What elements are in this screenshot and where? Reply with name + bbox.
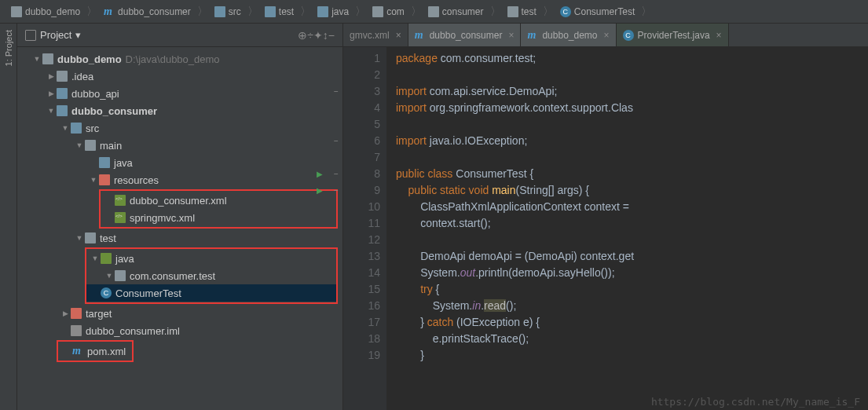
tree-toggle-icon[interactable]: ▼: [46, 107, 57, 115]
code-line[interactable]: public static void main(String[] args) {: [396, 182, 868, 199]
tree-toggle-icon[interactable]: ▼: [74, 141, 85, 149]
tree-row[interactable]: ▶.idea: [17, 68, 342, 85]
code-editor[interactable]: package com.consumer.test; import com.ap…: [386, 47, 868, 410]
breadcrumb-item[interactable]: dubbo_demo: [6, 5, 85, 19]
project-view-selector[interactable]: Project ▾: [25, 29, 81, 41]
tree-row[interactable]: ▼resources: [17, 171, 342, 189]
breadcrumb-item[interactable]: test: [503, 5, 541, 19]
editor-tab[interactable]: CProviderTest.java×: [617, 24, 729, 46]
breadcrumb-item[interactable]: CConsumerTest: [555, 5, 639, 19]
folder-icon: [317, 6, 328, 17]
tree-toggle-icon[interactable]: ▶: [46, 90, 57, 97]
line-number[interactable]: 19: [343, 347, 380, 364]
line-number[interactable]: 5: [343, 116, 380, 133]
fold-icon[interactable]: −: [334, 133, 339, 149]
line-number[interactable]: 2: [343, 67, 380, 83]
fold-icon[interactable]: −: [334, 182, 339, 199]
code-line[interactable]: import org.springframework.context.suppo…: [396, 100, 868, 116]
tree-row[interactable]: dubbo_consumer.iml: [17, 322, 342, 339]
code-line[interactable]: }: [396, 347, 868, 364]
breadcrumb-item[interactable]: com: [368, 5, 409, 19]
line-number[interactable]: 15: [343, 281, 380, 298]
project-tool-button[interactable]: 1: Project: [4, 30, 13, 66]
project-tree[interactable]: ▼dubbo_demo D:\java\dubbo_demo▶.idea▶dub…: [17, 47, 342, 410]
line-number[interactable]: 17: [343, 314, 380, 331]
line-number[interactable]: ▶−8: [343, 166, 380, 182]
editor-tab[interactable]: mdubbo_demo×: [521, 24, 616, 46]
tree-row[interactable]: springmvc.xml: [101, 209, 336, 226]
panel-toolbar-button[interactable]: ⊕: [298, 29, 307, 42]
tree-toggle-icon[interactable]: ▼: [88, 176, 99, 184]
panel-toolbar-button[interactable]: −: [328, 29, 335, 42]
code-line[interactable]: import java.io.IOException;: [396, 133, 868, 149]
line-number[interactable]: 1: [343, 50, 380, 67]
panel-toolbar-button[interactable]: ✦: [313, 29, 323, 42]
tree-row[interactable]: dubbo_consumer.xml: [101, 192, 336, 209]
fold-icon[interactable]: −: [334, 166, 339, 182]
panel-toolbar-button[interactable]: ↕: [323, 29, 328, 42]
code-line[interactable]: System.out.println(demoApi.sayHello());: [396, 265, 868, 281]
line-number[interactable]: −3: [343, 83, 380, 100]
tree-row[interactable]: ▼dubbo_consumer: [17, 102, 342, 119]
tree-toggle-icon[interactable]: ▼: [104, 272, 115, 280]
line-number[interactable]: ▶−9: [343, 182, 380, 199]
code-line[interactable]: [396, 149, 868, 166]
close-tab-icon[interactable]: ×: [716, 30, 722, 41]
tree-toggle-icon[interactable]: ▼: [74, 234, 85, 242]
code-line[interactable]: import com.api.service.DemoApi;: [396, 83, 868, 100]
tree-toggle-icon[interactable]: ▼: [90, 254, 101, 262]
code-line[interactable]: } catch (IOException e) {: [396, 314, 868, 331]
line-number[interactable]: 10: [343, 199, 380, 215]
tree-row[interactable]: ▼test: [17, 229, 342, 247]
line-number[interactable]: 13: [343, 248, 380, 265]
code-line[interactable]: e.printStackTrace();: [396, 331, 868, 347]
breadcrumb-item[interactable]: test: [260, 5, 298, 19]
code-line[interactable]: try {: [396, 281, 868, 298]
code-line[interactable]: ClassPathXmlApplicationContext context =: [396, 199, 868, 215]
code-line[interactable]: [396, 67, 868, 83]
line-number[interactable]: 18: [343, 331, 380, 347]
breadcrumb-item[interactable]: src: [210, 5, 246, 19]
code-line[interactable]: System.in.read();: [396, 298, 868, 314]
tree-toggle-icon[interactable]: ▼: [31, 55, 42, 63]
tree-toggle-icon[interactable]: ▶: [60, 309, 71, 317]
panel-toolbar-button[interactable]: ÷: [307, 29, 313, 42]
code-line[interactable]: context.start();: [396, 215, 868, 232]
breadcrumb-item[interactable]: mdubbo_consumer: [99, 5, 196, 19]
tree-row[interactable]: ▶dubbo_api: [17, 85, 342, 102]
code-line[interactable]: DemoApi demoApi = (DemoApi) context.get: [396, 248, 868, 265]
tree-row[interactable]: ▼main: [17, 137, 342, 154]
editor-tab[interactable]: mdubbo_consumer×: [408, 24, 522, 46]
code-line[interactable]: public class ConsumerTest {: [396, 166, 868, 182]
tree-row[interactable]: ▶target: [17, 305, 342, 322]
line-number[interactable]: 4: [343, 100, 380, 116]
code-line[interactable]: [396, 116, 868, 133]
tree-row[interactable]: mpom.xml: [58, 342, 132, 360]
tree-toggle-icon[interactable]: ▼: [60, 124, 71, 132]
code-line[interactable]: package com.consumer.test;: [396, 50, 868, 67]
fold-icon[interactable]: −: [334, 83, 339, 100]
tree-row[interactable]: ▼java: [86, 250, 336, 267]
editor-tab[interactable]: gmvc.xml×: [343, 24, 408, 46]
tree-row[interactable]: ▼com.consumer.test: [86, 267, 336, 284]
line-number[interactable]: 14: [343, 265, 380, 281]
tree-row[interactable]: ▼dubbo_demo D:\java\dubbo_demo: [17, 50, 342, 68]
close-tab-icon[interactable]: ×: [508, 30, 514, 41]
run-gutter-icon[interactable]: ▶: [317, 182, 323, 199]
breadcrumb-item[interactable]: java: [313, 5, 353, 19]
line-number[interactable]: 12: [343, 232, 380, 248]
line-number[interactable]: 11: [343, 215, 380, 232]
close-tab-icon[interactable]: ×: [604, 30, 610, 41]
breadcrumb-item[interactable]: consumer: [423, 5, 489, 19]
close-tab-icon[interactable]: ×: [396, 30, 401, 41]
line-number[interactable]: −6: [343, 133, 380, 149]
tree-row[interactable]: ▼src: [17, 119, 342, 137]
tree-row[interactable]: CConsumerTest: [86, 284, 336, 302]
line-number[interactable]: 7: [343, 149, 380, 166]
gutter[interactable]: 12−345−67▶−8▶−910111213141516171819: [343, 47, 386, 410]
tree-row[interactable]: java: [17, 154, 342, 171]
code-line[interactable]: [396, 232, 868, 248]
run-gutter-icon[interactable]: ▶: [317, 166, 323, 182]
tree-toggle-icon[interactable]: ▶: [46, 72, 57, 80]
line-number[interactable]: 16: [343, 298, 380, 314]
